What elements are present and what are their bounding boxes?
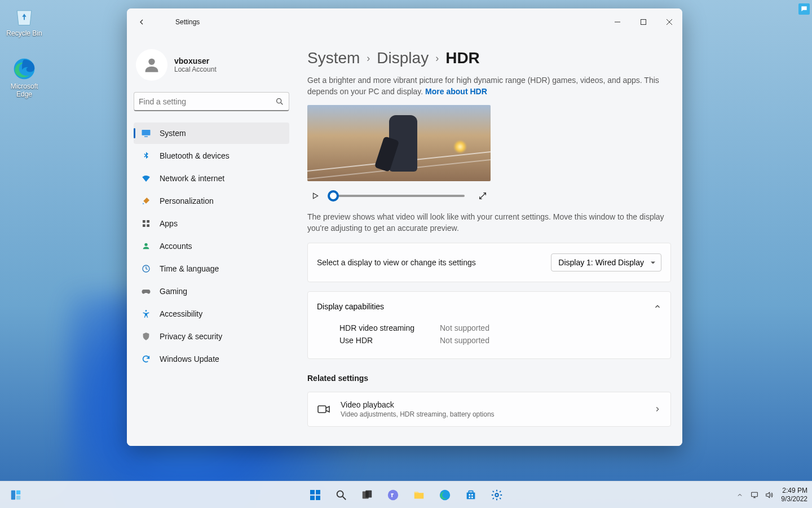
content-pane[interactable]: System › Display › HDR Get a brighter an… — [296, 36, 682, 446]
preview-note: The preview shows what video will look l… — [307, 212, 668, 234]
svg-rect-11 — [147, 220, 149, 223]
svg-point-16 — [145, 310, 147, 312]
nav-windows-update[interactable]: Windows Update — [134, 348, 289, 370]
svg-rect-10 — [143, 220, 145, 223]
nav-label: Personalization — [160, 196, 214, 205]
desktop-icon-label: Recycle Bin — [2, 29, 46, 37]
preview-controls — [307, 188, 491, 204]
svg-rect-28 — [365, 490, 372, 497]
svg-rect-35 — [469, 496, 470, 498]
svg-point-6 — [277, 98, 281, 103]
back-button[interactable] — [133, 13, 151, 31]
svg-rect-18 — [11, 490, 15, 500]
taskbar-store-button[interactable] — [460, 484, 482, 506]
user-name: vboxuser — [174, 56, 217, 65]
nav-label: Bluetooth & devices — [160, 151, 230, 160]
accessibility-icon — [140, 308, 152, 319]
taskbar-clock[interactable]: 2:49 PM 9/3/2022 — [781, 487, 807, 503]
hdr-preview-image — [307, 105, 491, 181]
more-about-hdr-link[interactable]: More about HDR — [425, 87, 487, 96]
recycle-bin-icon — [12, 3, 37, 28]
nav-personalization[interactable]: Personalization — [134, 190, 289, 212]
chevron-right-icon: › — [367, 52, 370, 64]
nav-network[interactable]: Network & internet — [134, 168, 289, 189]
display-capabilities-title: Display capabilities — [317, 302, 384, 311]
taskbar-settings-button[interactable] — [486, 484, 508, 506]
search-box[interactable] — [134, 92, 289, 111]
select-display-label: Select a display to view or change its s… — [317, 258, 476, 267]
chat-button[interactable] — [382, 484, 404, 506]
nav-label: Gaming — [160, 287, 187, 296]
chevron-right-icon: › — [435, 52, 439, 64]
nav-accessibility[interactable]: Accessibility — [134, 303, 289, 325]
preview-slider[interactable] — [333, 195, 465, 197]
nav-gaming[interactable]: Gaming — [134, 281, 289, 302]
svg-rect-17 — [318, 406, 326, 413]
nav-apps[interactable]: Apps — [134, 213, 289, 234]
clock-date: 9/3/2022 — [781, 495, 807, 503]
task-view-button[interactable] — [356, 484, 378, 506]
file-explorer-button[interactable] — [408, 484, 430, 506]
hdr-video-streaming-value: Not supported — [440, 323, 489, 332]
display-dropdown[interactable]: Display 1: Wired Display — [551, 253, 661, 271]
svg-rect-23 — [310, 496, 315, 500]
desktop-icon-recycle-bin[interactable]: Recycle Bin — [2, 3, 46, 37]
play-button[interactable] — [307, 188, 323, 204]
widgets-button[interactable] — [5, 484, 27, 506]
taskbar-edge-button[interactable] — [434, 484, 456, 506]
breadcrumb-system[interactable]: System — [307, 49, 360, 67]
nav-system[interactable]: System — [134, 122, 289, 144]
sidebar: vboxuser Local Account System Bluetooth … — [127, 36, 296, 446]
use-hdr-value: Not supported — [440, 336, 489, 345]
video-playback-subtitle: Video adjustments, HDR streaming, batter… — [341, 410, 495, 418]
svg-point-25 — [337, 491, 343, 497]
nav-label: System — [160, 129, 186, 138]
video-playback-card[interactable]: Video playback Video adjustments, HDR st… — [307, 392, 671, 427]
search-input[interactable] — [139, 97, 275, 106]
svg-rect-32 — [469, 491, 473, 493]
select-display-card: Select a display to view or change its s… — [307, 243, 671, 282]
tray-volume-icon[interactable] — [763, 484, 775, 506]
svg-rect-12 — [143, 224, 145, 227]
nav-privacy[interactable]: Privacy & security — [134, 326, 289, 347]
chevron-right-icon — [654, 405, 661, 413]
svg-rect-21 — [310, 490, 315, 494]
monitor-icon — [140, 128, 152, 139]
desktop-icon-edge[interactable]: Microsoft Edge — [2, 56, 46, 98]
teams-chat-popup-icon[interactable] — [798, 3, 810, 15]
tray-network-icon[interactable] — [748, 484, 761, 506]
window-title: Settings — [175, 18, 200, 26]
display-capabilities-card: Display capabilities HDR video streaming… — [307, 291, 671, 359]
edge-icon — [12, 56, 37, 81]
display-capabilities-header[interactable]: Display capabilities — [308, 292, 670, 321]
svg-rect-33 — [469, 494, 470, 496]
breadcrumb-display[interactable]: Display — [377, 49, 429, 67]
svg-line-26 — [343, 496, 346, 500]
user-profile[interactable]: vboxuser Local Account — [134, 36, 289, 92]
person-icon — [140, 240, 152, 252]
gamepad-icon — [140, 286, 152, 297]
breadcrumb: System › Display › HDR — [307, 49, 671, 67]
slider-thumb[interactable] — [328, 190, 339, 202]
maximize-button[interactable] — [630, 12, 656, 32]
taskbar-search-button[interactable] — [330, 484, 352, 506]
nav-label: Apps — [160, 219, 178, 228]
nav-bluetooth[interactable]: Bluetooth & devices — [134, 145, 289, 167]
close-button[interactable] — [656, 12, 682, 32]
nav-accounts[interactable]: Accounts — [134, 235, 289, 257]
nav-label: Accounts — [160, 242, 192, 251]
svg-rect-19 — [16, 490, 20, 494]
tray-chevron-up-icon[interactable] — [734, 484, 746, 506]
clock-time: 2:49 PM — [781, 487, 807, 494]
minimize-button[interactable] — [604, 12, 630, 32]
svg-point-29 — [388, 489, 398, 500]
svg-point-14 — [144, 243, 147, 246]
svg-rect-2 — [641, 20, 646, 25]
start-button[interactable] — [304, 484, 326, 506]
svg-point-37 — [495, 493, 498, 497]
page-description: Get a brighter and more vibrant picture … — [307, 75, 668, 97]
nav-time-language[interactable]: Time & language — [134, 258, 289, 279]
fullscreen-button[interactable] — [475, 188, 491, 204]
use-hdr-label: Use HDR — [339, 336, 424, 345]
related-settings-heading: Related settings — [307, 374, 671, 383]
